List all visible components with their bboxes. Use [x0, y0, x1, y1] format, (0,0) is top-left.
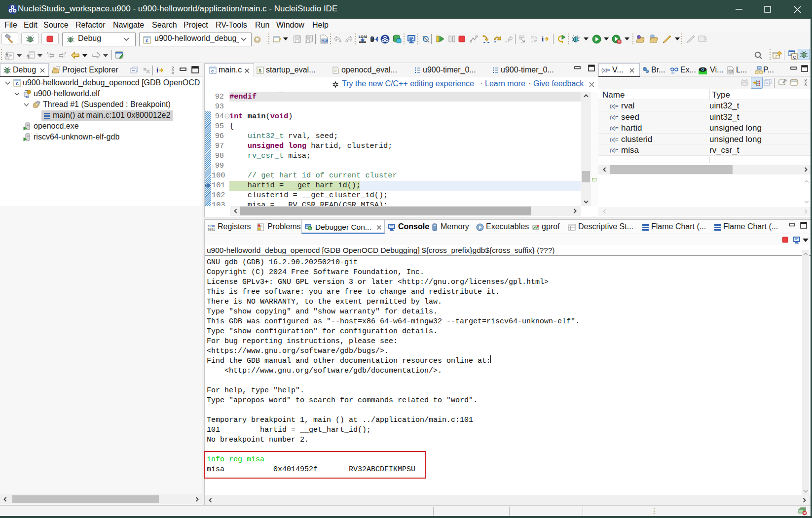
svg-text:c: c — [16, 81, 19, 87]
svg-text:C: C — [793, 55, 797, 60]
svg-text:TXT: TXT — [729, 70, 734, 73]
svg-text:010: 010 — [322, 39, 328, 43]
svg-text:...: ... — [742, 82, 745, 85]
svg-text:i: i — [156, 67, 158, 74]
svg-text:c: c — [211, 69, 214, 74]
svg-text:0101: 0101 — [208, 228, 215, 232]
svg-text:LOAD: LOAD — [359, 35, 367, 38]
svg-text:i: i — [542, 35, 544, 43]
svg-text:c: c — [146, 38, 148, 44]
svg-text:x=: x= — [671, 71, 675, 74]
svg-text:S: S — [258, 69, 261, 74]
